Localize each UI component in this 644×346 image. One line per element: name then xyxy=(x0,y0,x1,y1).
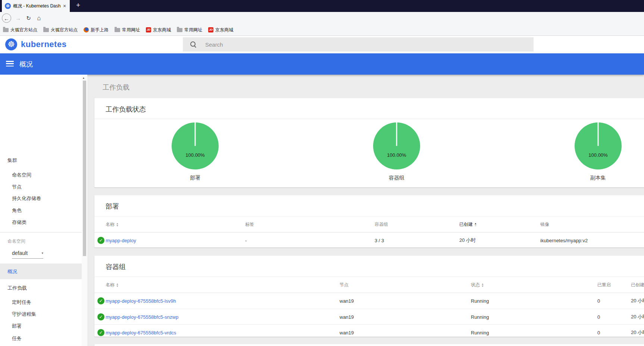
node-cell: wan19 xyxy=(340,314,354,319)
brand-title: kubernetes xyxy=(21,40,66,49)
sidebar-item-roles[interactable]: 角色 xyxy=(12,207,22,214)
workload-status-card: 工作负载状态 100.00% 部署 100.00% 容器组 xyxy=(94,98,644,187)
restarts-cell: 0 xyxy=(597,298,600,304)
sidebar-item-daemon-sets[interactable]: 守护进程集 xyxy=(12,311,36,318)
card-title: 容器组 xyxy=(106,262,126,271)
sidebar-item-persistent-volumes[interactable]: 持久化存储卷 xyxy=(12,195,41,202)
tab-title: 概况 - Kubernetes Dashboard xyxy=(13,3,61,9)
scrollbar-thumb[interactable] xyxy=(83,81,86,256)
folder-icon xyxy=(177,28,182,32)
sidebar-scrollbar[interactable]: ▴ xyxy=(82,75,87,346)
sidebar-item-storage-classes[interactable]: 存储类 xyxy=(12,219,26,226)
app-toolbar: 概况 xyxy=(0,53,644,75)
column-header-created[interactable]: 已创建 ▲▼ xyxy=(459,221,477,228)
column-header-created[interactable]: 已创建 xyxy=(631,282,644,288)
sidebar-item-overview[interactable]: 概况 xyxy=(0,264,82,279)
column-header-name[interactable]: 名称 ▲▼ xyxy=(106,221,119,228)
pie-chart xyxy=(171,122,219,170)
table-row[interactable]: ✓ myapp-deploy-675558bfc5-snzwp wan19 Ru… xyxy=(94,309,644,324)
browser-tab[interactable]: ☸ 概况 - Kubernetes Dashboard × xyxy=(2,0,70,12)
pod-link[interactable]: myapp-deploy-675558bfc5-vrdcs xyxy=(106,330,176,335)
sort-icon: ▲▼ xyxy=(481,283,484,287)
status-cell: Running xyxy=(471,330,489,335)
sidebar-item-namespaces[interactable]: 命名空间 xyxy=(12,172,31,178)
deployments-card: 部署 名称 ▲▼ 标签 容器组 已创建 ▲▼ 镜像 ✓ myapp-deploy… xyxy=(94,195,644,247)
sidebar-section-cluster[interactable]: 集群 xyxy=(7,157,17,164)
pie-pods: 100.00% 容器组 xyxy=(296,119,497,187)
reload-button[interactable]: ↻ xyxy=(24,13,33,23)
sidebar-item-cron-jobs[interactable]: 定时任务 xyxy=(12,299,31,306)
bookmark-item[interactable]: 常用网址 xyxy=(177,27,202,33)
folder-icon xyxy=(115,28,120,32)
column-header-node[interactable]: 节点 xyxy=(340,282,348,288)
next-card-clipped xyxy=(94,344,644,346)
pod-link[interactable]: myapp-deploy-675558bfc5-snzwp xyxy=(106,314,178,319)
pie-deployments: 100.00% 部署 xyxy=(94,119,296,187)
bookmark-item[interactable]: JD京东商城 xyxy=(208,27,233,33)
namespace-select[interactable]: default ▾ xyxy=(12,250,43,259)
table-row[interactable]: ✓ myapp-deploy-675558bfc5-vrdcs wan19 Ru… xyxy=(94,324,644,340)
pie-caption: 副本集 xyxy=(497,175,644,181)
pie-percent-label: 100.00% xyxy=(574,152,622,158)
bookmark-item[interactable]: 新手上路 xyxy=(84,27,109,33)
search-bar[interactable] xyxy=(183,37,534,52)
home-button[interactable]: ⌂ xyxy=(34,13,44,23)
bookmark-item[interactable]: 常用网址 xyxy=(115,27,140,33)
sort-icon: ▲▼ xyxy=(116,283,119,287)
created-cell: 20 小时 xyxy=(631,297,644,304)
forward-button[interactable]: → xyxy=(13,13,23,23)
back-button[interactable]: ← xyxy=(2,13,11,23)
restarts-cell: 0 xyxy=(597,330,600,335)
divider xyxy=(0,232,82,233)
column-header-images[interactable]: 镜像 xyxy=(540,221,549,228)
bookmark-item[interactable]: 火狐官方站点 xyxy=(3,27,37,33)
deployment-link[interactable]: myapp-deploy xyxy=(106,237,136,243)
search-input[interactable] xyxy=(205,41,504,48)
scroll-up-icon[interactable]: ▴ xyxy=(83,76,84,80)
column-header-pods[interactable]: 容器组 xyxy=(375,221,388,228)
firefox-icon xyxy=(84,27,89,32)
sidebar-item-nodes[interactable]: 节点 xyxy=(12,184,22,190)
sidebar-section-workloads[interactable]: 工作负载 xyxy=(7,285,27,292)
column-header-status[interactable]: 状态 ▲▼ xyxy=(471,282,484,288)
kubernetes-logo-icon: ☸ xyxy=(5,38,17,50)
new-tab-button[interactable]: + xyxy=(74,1,82,9)
table-row[interactable]: ✓ myapp-deploy-675558bfc5-lsv9h wan19 Ru… xyxy=(94,293,644,309)
chevron-down-icon: ▾ xyxy=(41,251,43,255)
status-ok-icon: ✓ xyxy=(97,237,104,244)
folder-icon xyxy=(3,28,9,32)
status-cell: Running xyxy=(471,298,489,304)
pods-card: 容器组 名称 ▲▼ 节点 状态 ▲▼ 已重启 已创建 ✓ myapp-deplo… xyxy=(94,256,644,337)
pie-percent-label: 100.00% xyxy=(372,152,421,158)
column-header-labels[interactable]: 标签 xyxy=(245,221,254,228)
browser-toolbar: ← → ↻ ⌂ ⓘ ⚠ #!/overview?namespace=defaul… xyxy=(0,12,644,24)
namespace-label: 命名空间 xyxy=(7,238,25,244)
pie-caption: 容器组 xyxy=(296,175,497,181)
column-header-restarts[interactable]: 已重启 xyxy=(597,282,611,288)
status-ok-icon: ✓ xyxy=(97,329,104,336)
images-cell: ikubernetes/myapp:v2 xyxy=(540,237,588,243)
pie-chart xyxy=(372,122,421,170)
pod-link[interactable]: myapp-deploy-675558bfc5-lsv9h xyxy=(106,298,176,304)
sort-ascending-icon: ▲▼ xyxy=(474,222,477,227)
column-header-name[interactable]: 名称 ▲▼ xyxy=(106,282,119,288)
pie-replica-sets: 100.00% 副本集 xyxy=(497,119,644,187)
bookmark-item[interactable]: 火狐官方站点 xyxy=(43,27,78,33)
table-row[interactable]: ✓ myapp-deploy - 3 / 3 20 小时 ikubernetes… xyxy=(94,233,644,248)
bookmark-item[interactable]: JD京东商城 xyxy=(146,27,171,33)
node-cell: wan19 xyxy=(340,298,354,304)
folder-icon xyxy=(43,28,49,32)
table-header-row: 名称 ▲▼ 节点 状态 ▲▼ 已重启 已创建 xyxy=(94,277,644,293)
status-ok-icon: ✓ xyxy=(97,297,104,305)
page-title: 工作负载 xyxy=(103,83,129,92)
tab-close-icon[interactable]: × xyxy=(63,3,66,9)
hamburger-menu-icon[interactable] xyxy=(6,61,14,66)
table-header-row: 名称 ▲▼ 标签 容器组 已创建 ▲▼ 镜像 xyxy=(94,216,644,233)
bookmarks-bar: 火狐官方站点 火狐官方站点 新手上路 常用网址 JD京东商城 常用网址 JD京东… xyxy=(0,24,644,36)
pie-chart xyxy=(574,122,622,170)
sort-icon: ▲▼ xyxy=(116,222,119,227)
created-cell: 20 小时 xyxy=(459,237,476,244)
sidebar-item-jobs[interactable]: 任务 xyxy=(12,335,22,342)
search-icon xyxy=(190,41,196,47)
sidebar-item-deployments[interactable]: 部署 xyxy=(12,323,22,330)
